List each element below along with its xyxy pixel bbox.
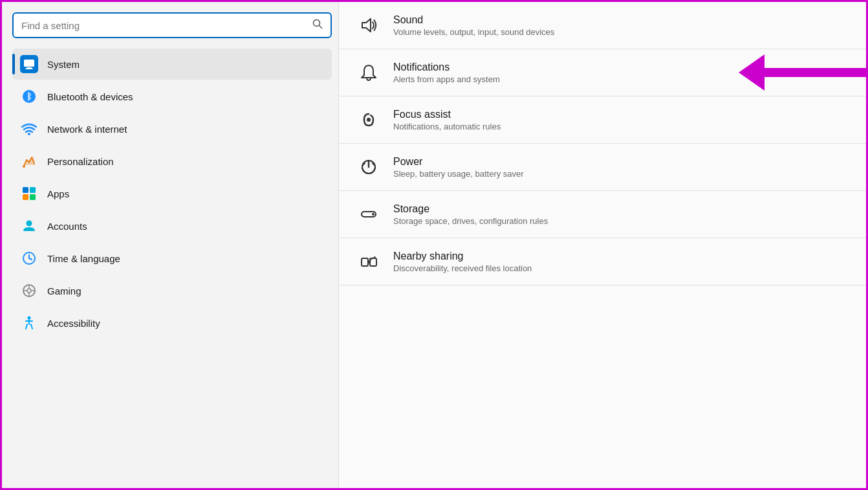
svg-rect-4 <box>25 69 33 70</box>
storage-title: Storage <box>393 203 548 215</box>
sound-text: Sound Volume levels, output, input, soun… <box>393 14 554 37</box>
settings-item-sound[interactable]: Sound Volume levels, output, input, soun… <box>339 2 866 49</box>
power-title: Power <box>393 156 524 168</box>
sidebar-item-system-label: System <box>47 59 80 70</box>
nearby-icon <box>357 250 380 273</box>
sidebar-item-accessibility-label: Accessibility <box>47 318 100 329</box>
time-icon <box>20 249 38 267</box>
search-icon <box>312 19 323 32</box>
settings-item-nearby[interactable]: Nearby sharing Discoverability, received… <box>339 238 866 285</box>
arrow-shaft <box>764 68 866 77</box>
svg-point-18 <box>27 289 31 293</box>
nearby-subtitle: Discoverability, received files location <box>393 263 532 273</box>
accessibility-icon <box>20 314 38 332</box>
sidebar-item-network-label: Network & internet <box>47 124 127 135</box>
focus-text: Focus assist Notifications, automatic ru… <box>393 109 501 131</box>
storage-icon <box>357 203 380 226</box>
accounts-icon <box>20 217 38 235</box>
gaming-icon <box>20 282 38 300</box>
svg-line-16 <box>29 258 32 260</box>
network-icon <box>20 120 38 138</box>
storage-text: Storage Storage space, drives, configura… <box>393 203 548 226</box>
personalization-icon <box>20 152 38 170</box>
svg-rect-9 <box>23 187 28 193</box>
settings-item-notifications[interactable]: Notifications Alerts from apps and syste… <box>339 49 866 96</box>
svg-text:ᛒ: ᛒ <box>27 92 32 102</box>
arrow-head <box>739 54 765 91</box>
svg-rect-2 <box>24 60 34 67</box>
sidebar-item-accounts-label: Accounts <box>47 221 87 232</box>
notifications-text: Notifications Alerts from apps and syste… <box>393 61 500 84</box>
svg-point-7 <box>28 133 30 135</box>
sidebar-item-network[interactable]: Network & internet <box>12 113 332 144</box>
power-subtitle: Sleep, battery usage, battery saver <box>393 169 524 179</box>
sidebar: System ᛒ Bluetooth & devices Network & i… <box>2 2 338 488</box>
search-input[interactable] <box>21 20 312 31</box>
focus-subtitle: Notifications, automatic rules <box>393 122 501 131</box>
svg-point-27 <box>367 118 371 122</box>
settings-item-storage[interactable]: Storage Storage space, drives, configura… <box>339 191 866 238</box>
bluetooth-icon: ᛒ <box>20 87 38 106</box>
nearby-title: Nearby sharing <box>393 251 532 262</box>
svg-point-8 <box>23 165 25 168</box>
sidebar-item-apps[interactable]: Apps <box>12 178 332 209</box>
storage-subtitle: Storage space, drives, configuration rul… <box>393 216 548 226</box>
content-area: Sound Volume levels, output, input, soun… <box>338 2 866 488</box>
sidebar-item-gaming-label: Gaming <box>47 285 81 296</box>
sidebar-item-accounts[interactable]: Accounts <box>12 210 332 241</box>
notifications-icon <box>357 61 380 84</box>
svg-rect-12 <box>30 194 36 200</box>
sidebar-item-bluetooth[interactable]: ᛒ Bluetooth & devices <box>12 81 332 112</box>
settings-item-focus[interactable]: Focus assist Notifications, automatic ru… <box>339 96 866 144</box>
sound-icon <box>357 14 380 37</box>
system-icon <box>20 55 38 73</box>
sidebar-item-personalization[interactable]: Personalization <box>12 146 332 177</box>
notifications-title: Notifications <box>393 61 500 73</box>
sound-title: Sound <box>393 14 554 26</box>
svg-line-1 <box>320 26 322 28</box>
apps-icon <box>20 184 38 203</box>
svg-rect-10 <box>30 187 36 193</box>
power-icon <box>357 155 380 179</box>
sidebar-item-bluetooth-label: Bluetooth & devices <box>47 91 133 102</box>
sidebar-item-gaming[interactable]: Gaming <box>12 275 332 306</box>
sound-subtitle: Volume levels, output, input, sound devi… <box>393 27 554 37</box>
svg-point-13 <box>27 221 32 227</box>
pink-arrow <box>739 54 866 91</box>
sidebar-item-apps-label: Apps <box>47 188 69 199</box>
sidebar-item-time[interactable]: Time & language <box>12 243 332 274</box>
svg-point-31 <box>372 213 374 216</box>
notifications-subtitle: Alerts from apps and system <box>393 74 500 84</box>
focus-title: Focus assist <box>393 109 501 120</box>
svg-point-23 <box>28 317 31 320</box>
sidebar-item-personalization-label: Personalization <box>47 156 114 167</box>
svg-marker-26 <box>362 19 371 32</box>
focus-icon <box>357 108 380 131</box>
svg-rect-11 <box>23 194 28 200</box>
nearby-text: Nearby sharing Discoverability, received… <box>393 251 532 273</box>
sidebar-item-time-label: Time & language <box>47 253 120 264</box>
sidebar-item-accessibility[interactable]: Accessibility <box>12 307 332 339</box>
settings-item-power[interactable]: Power Sleep, battery usage, battery save… <box>339 144 866 191</box>
power-text: Power Sleep, battery usage, battery save… <box>393 156 524 179</box>
sidebar-item-system[interactable]: System <box>12 49 332 80</box>
search-box[interactable] <box>12 12 332 38</box>
svg-rect-32 <box>362 258 368 266</box>
